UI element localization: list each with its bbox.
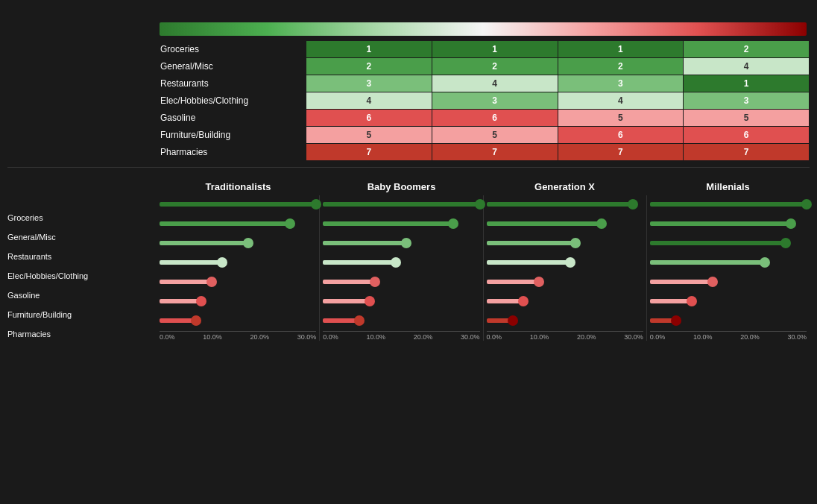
x-axis-label: 30.0% [787, 333, 807, 341]
bar-row [160, 273, 316, 291]
chart-container: 0.0%10.0%20.0%30.0% [319, 195, 482, 341]
bar-track [487, 259, 643, 266]
bar-circle [217, 257, 227, 268]
gen-header: Baby Boomers [320, 181, 483, 195]
heatmap-cell: 3 [432, 92, 558, 110]
heatmap-cell: 4 [558, 92, 684, 110]
bar-fill [160, 299, 201, 303]
chart-container: 0.0%10.0%20.0%30.0% [483, 195, 646, 341]
rank-bar-row [157, 22, 810, 36]
top-right-content: Groceries1112General/Misc2224Restaurants… [157, 21, 810, 161]
bar-circle [687, 296, 697, 306]
gen-headers: TraditionalistsBaby BoomersGeneration XM… [157, 181, 810, 195]
bar-circle [191, 315, 201, 326]
bar-fill [323, 280, 375, 284]
gen-header: Millenials [646, 181, 810, 195]
heatmap-row-label: Restaurants [157, 75, 306, 92]
bar-track [487, 239, 643, 247]
bar-track [323, 239, 479, 247]
heatmap-cell: 7 [684, 144, 810, 161]
bar-circle [671, 315, 681, 326]
bar-circle [760, 257, 770, 268]
bar-fill [487, 241, 575, 245]
bar-track [650, 220, 807, 227]
bar-fill [160, 280, 212, 284]
x-axis-label: 10.0% [203, 333, 222, 341]
bar-fill [323, 241, 406, 245]
bar-fill [323, 221, 453, 226]
bar-track [650, 317, 807, 324]
bar-row [650, 273, 807, 291]
bar-track [323, 201, 479, 208]
heatmap-cell: 4 [432, 75, 558, 92]
bar-row [487, 273, 643, 291]
charts-row: 0.0%10.0%20.0%30.0%0.0%10.0%20.0%30.0%0.… [157, 195, 810, 341]
bar-circle [780, 238, 791, 248]
bottom-row-label: Restaurants [7, 247, 157, 266]
x-axis-label: 20.0% [740, 333, 760, 341]
x-axis: 0.0%10.0%20.0%30.0% [650, 331, 807, 341]
bar-track [160, 278, 316, 286]
bar-track [160, 297, 316, 305]
bar-chart: 0.0%10.0%20.0%30.0% [487, 195, 643, 341]
bar-fill [323, 260, 396, 265]
bar-row [323, 215, 479, 233]
heatmap-row-label: Furniture/Building [157, 127, 306, 144]
x-axis: 0.0%10.0%20.0%30.0% [160, 331, 316, 341]
bar-row [160, 195, 316, 213]
x-axis-label: 30.0% [461, 333, 480, 341]
x-axis-label: 10.0% [366, 333, 385, 341]
top-left-label [7, 21, 157, 27]
heatmap-cell: 2 [306, 58, 432, 75]
heatmap-cell: 4 [684, 58, 810, 75]
bar-track [650, 201, 807, 208]
bottom-row-labels: GroceriesGeneral/MiscRestaurantsElec/Hob… [7, 208, 157, 344]
heatmap-cell: 3 [306, 75, 432, 92]
bar-track [160, 317, 316, 324]
bar-row [650, 292, 807, 310]
bar-track [160, 259, 316, 266]
bar-circle [570, 238, 581, 248]
x-axis-label: 20.0% [577, 333, 596, 341]
bar-circle [206, 277, 217, 287]
bar-track [650, 239, 807, 247]
bar-track [487, 317, 643, 324]
heatmap-row-label: Gasoline [157, 110, 306, 127]
bar-fill [650, 202, 807, 207]
main-title [0, 0, 817, 21]
bottom-row-label: Elec/Hobbies/Clothing [7, 266, 157, 286]
heatmap-cell: 1 [432, 41, 558, 58]
bar-row [160, 312, 316, 330]
bottom-row-label: Groceries [7, 208, 157, 227]
x-axis-label: 20.0% [414, 333, 433, 341]
bar-row [160, 215, 316, 233]
bar-track [650, 278, 807, 286]
bar-fill [160, 241, 248, 245]
heatmap-cell: 1 [684, 75, 810, 92]
heatmap-table: Groceries1112General/Misc2224Restaurants… [157, 40, 810, 161]
bar-circle [628, 199, 638, 210]
rank-section [157, 21, 810, 36]
bar-circle [285, 218, 295, 229]
bar-circle [475, 199, 485, 210]
bar-circle [401, 238, 411, 248]
bottom-row-label: Pharmacies [7, 324, 157, 344]
heatmap-row-label: Elec/Hobbies/Clothing [157, 92, 306, 110]
bar-circle [391, 257, 401, 268]
bar-fill [650, 299, 692, 303]
bar-row [650, 312, 807, 330]
bar-circle [365, 296, 375, 306]
x-axis-label: 30.0% [297, 333, 317, 341]
bar-circle [786, 218, 796, 229]
heatmap-cell: 3 [558, 75, 684, 92]
bar-row [160, 253, 316, 271]
bar-row [323, 312, 479, 330]
heatmap-cell: 5 [558, 110, 684, 127]
bar-fill [650, 260, 765, 265]
heatmap-cell: 7 [306, 144, 432, 161]
section-divider [7, 167, 810, 168]
bar-track [487, 278, 643, 286]
heatmap-cell: 5 [306, 127, 432, 144]
heatmap-cell: 3 [684, 92, 810, 110]
bar-row [650, 215, 807, 233]
